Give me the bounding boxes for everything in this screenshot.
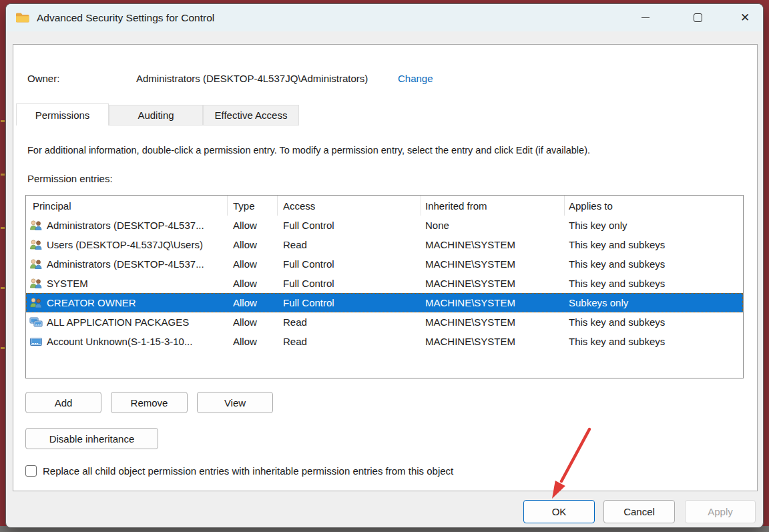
background-artifact [1, 287, 5, 289]
two-users-icon [29, 220, 44, 230]
permission-entries-label: Permission entries: [27, 173, 113, 184]
maximize-icon [694, 13, 702, 22]
two-users-icon [29, 240, 44, 250]
background-artifact [1, 347, 5, 349]
desktop-background: Advanced Security Settings for Control ✕… [0, 0, 769, 532]
background-artifact [1, 227, 5, 229]
minimize-button[interactable] [630, 4, 661, 31]
background-artifact [1, 120, 5, 122]
column-header-inherited-from[interactable]: Inherited from [421, 196, 564, 216]
table-row[interactable]: Account Unknown(S-1-15-3-10... Allow Rea… [26, 332, 743, 351]
two-users-icon [29, 298, 44, 308]
app-tile-icon [29, 336, 44, 346]
owner-label: Owner: [27, 73, 59, 84]
column-header-applies-to[interactable]: Applies to [564, 196, 743, 216]
view-button[interactable]: View [197, 392, 273, 413]
two-users-icon [29, 259, 44, 269]
tab-auditing[interactable]: Auditing [109, 105, 203, 125]
column-header-type[interactable]: Type [227, 196, 277, 216]
remove-button[interactable]: Remove [111, 392, 188, 413]
close-button[interactable]: ✕ [730, 4, 760, 31]
close-icon: ✕ [740, 11, 750, 25]
app-packages-icon [29, 317, 44, 327]
two-users-icon [29, 278, 44, 288]
content-panel: Owner: Administrators (DESKTOP-4L537JQ\A… [13, 44, 758, 491]
table-row[interactable]: CREATOR OWNER Allow Full Control MACHINE… [26, 293, 743, 312]
column-header-principal[interactable]: Principal [26, 196, 227, 216]
replace-permissions-label: Replace all child object permission entr… [43, 465, 453, 477]
tab-permissions[interactable]: Permissions [16, 103, 109, 125]
replace-permissions-checkbox[interactable] [25, 465, 37, 477]
permission-table-body: Administrators (DESKTOP-4L537... Allow F… [26, 216, 743, 351]
table-header-row: Principal Type Access Inherited from App… [26, 196, 743, 216]
ok-button[interactable]: OK [523, 500, 595, 523]
replace-permissions-checkbox-row: Replace all child object permission entr… [25, 465, 453, 477]
permission-entries-table[interactable]: Principal Type Access Inherited from App… [25, 195, 744, 378]
table-row[interactable]: SYSTEM Allow Full Control MACHINE\SYSTEM… [26, 274, 743, 293]
table-row[interactable]: Administrators (DESKTOP-4L537... Allow F… [26, 216, 743, 235]
table-row[interactable]: Users (DESKTOP-4L537JQ\Users) Allow Read… [26, 235, 743, 254]
info-text: For additional information, double-click… [27, 145, 590, 156]
tab-strip: Permissions Auditing Effective Access [16, 103, 299, 125]
add-button[interactable]: Add [25, 392, 101, 413]
disable-inheritance-button[interactable]: Disable inheritance [25, 428, 158, 449]
background-artifact [1, 174, 5, 176]
table-row[interactable]: ALL APPLICATION PACKAGES Allow Read MACH… [26, 312, 743, 332]
column-header-access[interactable]: Access [277, 196, 421, 216]
advanced-security-settings-dialog: Advanced Security Settings for Control ✕… [5, 3, 764, 528]
window-title: Advanced Security Settings for Control [37, 12, 214, 24]
cancel-button[interactable]: Cancel [603, 500, 675, 523]
minimize-icon [642, 17, 650, 19]
folder-icon [15, 12, 30, 23]
maximize-button[interactable] [682, 4, 713, 31]
owner-value: Administrators (DESKTOP-4L537JQ\Administ… [136, 73, 368, 84]
apply-button[interactable]: Apply [685, 500, 756, 523]
table-row[interactable]: Administrators (DESKTOP-4L537... Allow F… [26, 254, 743, 274]
change-owner-link[interactable]: Change [398, 73, 433, 84]
tab-effective-access[interactable]: Effective Access [203, 105, 299, 125]
